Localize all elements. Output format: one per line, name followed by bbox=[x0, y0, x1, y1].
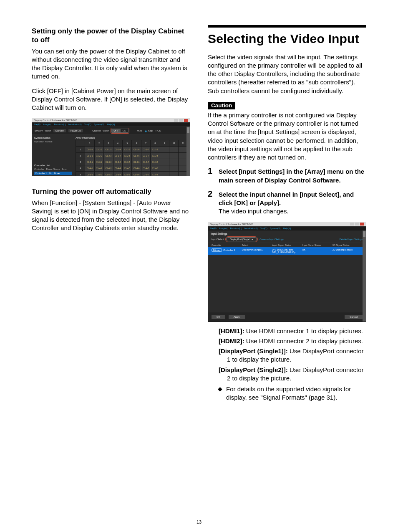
step-2: Select the input channel in [Input Selec… bbox=[208, 190, 366, 216]
def-dp2: [DisplayPort (Single2)]: Use DisplayPort… bbox=[219, 366, 366, 383]
menu-item[interactable]: Array(A) bbox=[43, 123, 51, 126]
menu-item[interactable]: System(S) bbox=[270, 227, 281, 230]
scrollbar[interactable] bbox=[363, 231, 366, 322]
array-grid-panel: Array Information 12345678910111C1-1-1C1… bbox=[74, 135, 190, 176]
def-hdmi2: [HDMI2]: Use HDMI connector 2 to display… bbox=[219, 337, 366, 345]
cross-reference-note: For details on the supported video signa… bbox=[219, 385, 366, 402]
sidebar-panel: System Status Operation Normal Controlle… bbox=[32, 135, 74, 176]
input-select-row: Input Select DisplayPort (Single1) ▾ Com… bbox=[208, 236, 366, 243]
step-title: Select the input channel in [Input Selec… bbox=[219, 190, 366, 208]
cell-signal-status: DP1 1920x1080 60pDP1_2 1920x1080 60p bbox=[272, 248, 302, 253]
cabinet-power-off[interactable]: OFF bbox=[112, 129, 121, 132]
caution-badge: Caution bbox=[208, 102, 235, 109]
paragraph: When [Function] - [System Settings] - [A… bbox=[32, 199, 190, 233]
input-select-dropdown[interactable]: DisplayPort (Single1) ▾ bbox=[226, 237, 257, 241]
step-1: Select [Input Settings] in the [Array] m… bbox=[208, 167, 366, 185]
subheading-cabinet-off: Setting only the power of the Display Ca… bbox=[32, 27, 190, 45]
input-settings-heading: Input Settings bbox=[208, 231, 366, 236]
ok-button[interactable]: OK bbox=[212, 315, 225, 319]
menu-item[interactable]: Installation(I) bbox=[68, 123, 82, 126]
col-3d-status: 3D Signal Status bbox=[333, 244, 363, 246]
menu-item[interactable]: Tool(T) bbox=[84, 123, 91, 126]
paragraph: Select the video signals that will be in… bbox=[208, 53, 366, 95]
menu-item[interactable]: File(F) bbox=[34, 123, 40, 126]
cell-select: DisplayPort (Single1) bbox=[242, 248, 272, 251]
scrollbar-thumb[interactable] bbox=[187, 127, 189, 133]
operation-status: Operation Normal bbox=[34, 140, 72, 143]
section-divider bbox=[208, 25, 366, 28]
col-conv-status: Input Conv. Status bbox=[302, 244, 332, 246]
def-hdmi1: [HDMI1]: Use HDMI connector 1 to display… bbox=[219, 327, 366, 335]
menu-item[interactable]: File(F) bbox=[210, 227, 217, 230]
detailed-input-settings-link[interactable]: Detailed Input Settings bbox=[340, 238, 363, 241]
apply-button[interactable]: Apply bbox=[229, 315, 245, 319]
window-titlebar: Display Control Software for ZRCT-300 bbox=[208, 222, 366, 226]
cell-conv-status: OK bbox=[302, 248, 332, 251]
array-grid: 12345678910111C1-1-1C1-1-2C1-1-3C1-1-4C1… bbox=[76, 140, 188, 176]
dialog-footer: OK Apply Cancel bbox=[208, 312, 366, 322]
page-title: Selecting the Video Input bbox=[208, 32, 366, 46]
mute-off-radio[interactable]: OFF bbox=[145, 129, 153, 132]
menu-item[interactable]: Help(H) bbox=[283, 227, 291, 230]
menubar: File(F) Array(A) Function(U) Installatio… bbox=[32, 122, 190, 127]
menu-item[interactable]: Array(A) bbox=[219, 227, 227, 230]
steps-list: Select [Input Settings] in the [Array] m… bbox=[208, 167, 366, 215]
common-input-settings-link[interactable]: Common Input Settings bbox=[259, 238, 283, 241]
cell-3d-status: 2D Dual Input Mode bbox=[333, 248, 363, 251]
step-body: The video input changes. bbox=[219, 207, 366, 215]
window-buttons bbox=[350, 223, 364, 225]
scrollbar-thumb[interactable] bbox=[363, 231, 365, 237]
input-table-row[interactable]: PrimaryController 1 DisplayPort (Single1… bbox=[208, 247, 366, 255]
menu-item[interactable]: System(S) bbox=[94, 123, 105, 126]
input-select-label: Input Select bbox=[212, 238, 224, 241]
window-close-icon[interactable] bbox=[360, 223, 364, 225]
paragraph: You can set only the power of the Displa… bbox=[32, 47, 190, 81]
controller-list-row[interactable]: Controller 1 On None bbox=[34, 172, 72, 175]
col-controller: Controller bbox=[212, 244, 242, 246]
label-system-power: System Power bbox=[35, 129, 51, 132]
window-maximize-icon[interactable] bbox=[179, 119, 183, 122]
window-minimize-icon[interactable] bbox=[350, 223, 354, 225]
primary-badge: Primary bbox=[212, 248, 222, 252]
mute-on-radio[interactable]: ON bbox=[155, 129, 161, 132]
array-info-heading: Array Information bbox=[76, 137, 188, 139]
col-select: Select bbox=[242, 244, 272, 246]
def-dp1: [DisplayPort (Single1)]: Use DisplayPort… bbox=[219, 347, 366, 364]
menubar: File(F) Array(A) Function(U) Installatio… bbox=[208, 226, 366, 231]
screenshot-input-settings: Display Control Software for ZRCT-300 Fi… bbox=[208, 222, 366, 322]
screenshot-display-control-main: Display Control Software for ZRCT-300 Fi… bbox=[32, 118, 190, 176]
cancel-button[interactable]: Cancel bbox=[345, 315, 363, 319]
standby-button[interactable]: Standby bbox=[53, 129, 66, 132]
cabinet-power-toggle[interactable]: OFF ON bbox=[111, 129, 128, 133]
system-status-heading: System Status bbox=[34, 137, 72, 139]
controller-list-columns: Controller Power Status Error bbox=[34, 168, 72, 170]
menu-item[interactable]: Tool(T) bbox=[260, 227, 267, 230]
subheading-auto-power-off: Turning the power off automatically bbox=[32, 187, 190, 196]
input-options-list: [HDMI1]: Use HDMI connector 1 to display… bbox=[219, 327, 366, 383]
table-empty-area bbox=[208, 255, 366, 312]
caution-text: If the a primary controller is not confi… bbox=[208, 111, 366, 162]
controller-list-heading: Controller List bbox=[34, 164, 72, 167]
paragraph: Click [OFF] in [Cabinet Power] on the ma… bbox=[32, 87, 190, 112]
col-signal-status: Input Signal Status bbox=[272, 244, 302, 246]
page-number: 13 bbox=[0, 519, 398, 524]
window-minimize-icon[interactable] bbox=[174, 119, 178, 122]
menu-item[interactable]: Installation(I) bbox=[244, 227, 258, 230]
step-title: Select [Input Settings] in the [Array] m… bbox=[219, 167, 366, 185]
cell-controller: PrimaryController 1 bbox=[212, 248, 242, 252]
window-title: Display Control Software for ZRCT-300 bbox=[210, 223, 253, 225]
menu-item[interactable]: Help(H) bbox=[107, 123, 115, 126]
window-titlebar: Display Control Software for ZRCT-300 bbox=[32, 118, 190, 122]
scrollbar[interactable] bbox=[186, 127, 190, 176]
menu-item[interactable]: Function(U) bbox=[54, 123, 66, 126]
input-table-header: Controller Select Input Signal Status In… bbox=[208, 243, 366, 247]
window-close-icon[interactable] bbox=[184, 119, 188, 122]
menu-item[interactable]: Function(U) bbox=[230, 227, 242, 230]
cabinet-power-on[interactable]: ON bbox=[121, 129, 128, 132]
window-buttons bbox=[174, 119, 188, 122]
label-mute: Mute bbox=[137, 129, 142, 132]
window-maximize-icon[interactable] bbox=[355, 223, 359, 225]
label-cabinet-power: Cabinet Power bbox=[92, 129, 108, 132]
window-title: Display Control Software for ZRCT-300 bbox=[34, 119, 77, 122]
power-on-button[interactable]: Power ON bbox=[68, 129, 83, 132]
